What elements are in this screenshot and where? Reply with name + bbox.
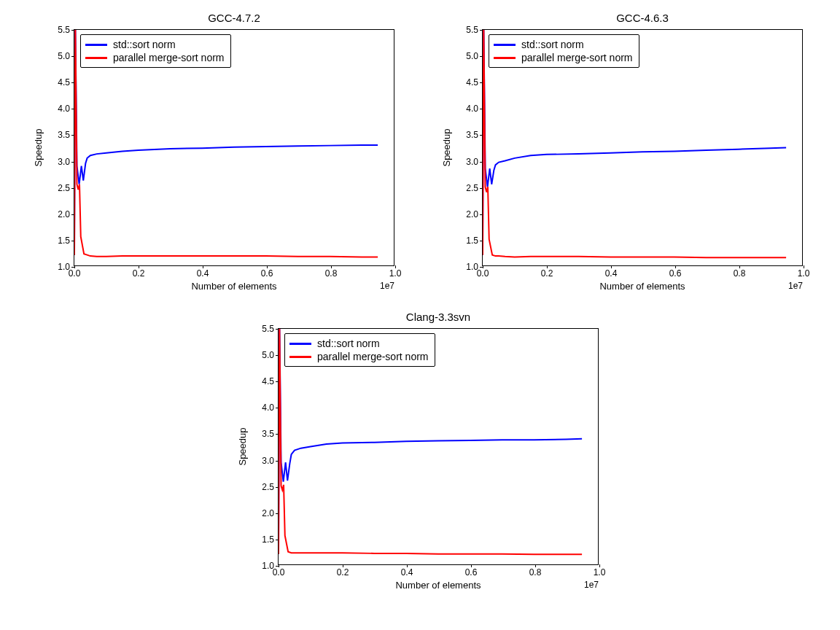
legend-label: std::sort norm <box>317 338 380 349</box>
legend-label: parallel merge-sort norm <box>317 351 429 362</box>
legend-entry: std::sort norm <box>85 38 225 51</box>
x-axis-label: Number of elements <box>482 281 803 292</box>
x-axis-exponent: 1e7 <box>584 580 599 590</box>
x-tick-label: 1.0 <box>594 567 606 578</box>
y-tick-label: 2.5 <box>466 183 478 193</box>
x-tick-label: 0.0 <box>273 567 285 578</box>
chart-gcc463: GCC-4.6.3SpeedupNumber of elements1e71.0… <box>420 7 828 306</box>
x-tick-label: 0.4 <box>197 268 209 279</box>
x-tick-label: 0.4 <box>401 567 413 578</box>
y-tick-label: 2.5 <box>262 482 274 492</box>
legend-swatch <box>494 44 516 46</box>
chart-clang33svn: Clang-3.3svnSpeedupNumber of elements1e7… <box>216 306 624 605</box>
y-tick-label: 4.0 <box>262 402 274 413</box>
y-tick-label: 3.5 <box>262 429 274 439</box>
legend-entry: std::sort norm <box>494 38 633 51</box>
legend: std::sort normparallel merge-sort norm <box>489 34 639 68</box>
legend-entry: parallel merge-sort norm <box>289 350 429 363</box>
y-tick-label: 3.0 <box>466 157 478 167</box>
y-tick-label: 2.0 <box>262 508 274 518</box>
x-tick-label: 0.6 <box>261 268 273 279</box>
x-tick-label: 0.8 <box>529 567 542 578</box>
legend-label: parallel merge-sort norm <box>113 52 225 63</box>
x-tick-label: 1.0 <box>798 268 810 279</box>
y-tick-label: 2.0 <box>466 209 478 219</box>
x-tick-label: 0.2 <box>337 567 349 578</box>
x-tick-label: 0.0 <box>69 268 81 279</box>
y-tick-label: 3.0 <box>58 157 70 167</box>
chart-gcc472: GCC-4.7.2SpeedupNumber of elements1e71.0… <box>12 7 420 306</box>
y-tick-label: 4.0 <box>466 104 478 114</box>
y-tick-label: 5.5 <box>262 324 274 334</box>
legend-swatch <box>85 44 107 46</box>
chart-title: GCC-4.7.2 <box>74 12 394 24</box>
x-axis-label: Number of elements <box>74 281 394 292</box>
x-tick-label: 1.0 <box>389 268 402 279</box>
y-tick-label: 5.0 <box>262 350 274 360</box>
x-tick-label: 0.2 <box>541 268 553 279</box>
x-tick-label: 0.2 <box>133 268 145 279</box>
x-tick-label: 0.6 <box>669 268 682 279</box>
y-tick-label: 3.5 <box>58 130 70 140</box>
y-tick-label: 2.5 <box>58 183 70 193</box>
y-tick-label: 4.5 <box>58 77 70 88</box>
y-tick-label: 1.5 <box>466 236 478 246</box>
y-tick-label: 2.0 <box>58 209 70 219</box>
y-tick-label: 4.5 <box>466 77 478 88</box>
x-tick-label: 0.0 <box>477 268 489 279</box>
y-tick-label: 3.5 <box>466 130 478 140</box>
x-axis-label: Number of elements <box>278 580 599 591</box>
y-tick-label: 1.5 <box>262 534 274 545</box>
bottom-row: Clang-3.3svnSpeedupNumber of elements1e7… <box>0 306 840 605</box>
x-tick-label: 0.4 <box>605 268 618 279</box>
y-tick-label: 5.0 <box>466 51 478 61</box>
chart-title: GCC-4.6.3 <box>482 12 803 24</box>
x-tick-label: 0.8 <box>325 268 338 279</box>
y-tick-label: 5.5 <box>58 25 70 35</box>
legend-swatch <box>85 57 107 59</box>
plot-area: 1.01.52.02.53.03.54.04.55.05.50.00.20.40… <box>278 328 599 565</box>
y-tick-label: 5.5 <box>466 25 478 35</box>
legend-label: std::sort norm <box>113 39 176 50</box>
legend-swatch <box>494 57 516 59</box>
y-tick-label: 3.0 <box>262 456 274 466</box>
y-tick-label: 5.0 <box>58 51 70 61</box>
y-tick-label: 1.5 <box>58 236 70 246</box>
x-axis-exponent: 1e7 <box>788 281 803 291</box>
x-axis-exponent: 1e7 <box>380 281 394 291</box>
x-tick-label: 0.6 <box>465 567 478 578</box>
legend-label: parallel merge-sort norm <box>521 52 633 63</box>
legend: std::sort normparallel merge-sort norm <box>284 333 435 367</box>
chart-grid: GCC-4.7.2SpeedupNumber of elements1e71.0… <box>0 0 840 605</box>
top-row: GCC-4.7.2SpeedupNumber of elements1e71.0… <box>0 7 840 306</box>
x-tick-label: 0.8 <box>734 268 746 279</box>
y-tick-label: 4.0 <box>58 104 70 114</box>
legend-swatch <box>289 356 311 358</box>
legend-entry: parallel merge-sort norm <box>85 51 225 64</box>
chart-title: Clang-3.3svn <box>278 311 599 323</box>
legend-entry: parallel merge-sort norm <box>494 51 633 64</box>
legend-swatch <box>289 343 311 345</box>
legend: std::sort normparallel merge-sort norm <box>80 34 231 68</box>
legend-label: std::sort norm <box>521 39 584 50</box>
y-tick-label: 4.5 <box>262 376 274 386</box>
plot-area: 1.01.52.02.53.03.54.04.55.05.50.00.20.40… <box>482 29 803 266</box>
legend-entry: std::sort norm <box>289 337 429 350</box>
